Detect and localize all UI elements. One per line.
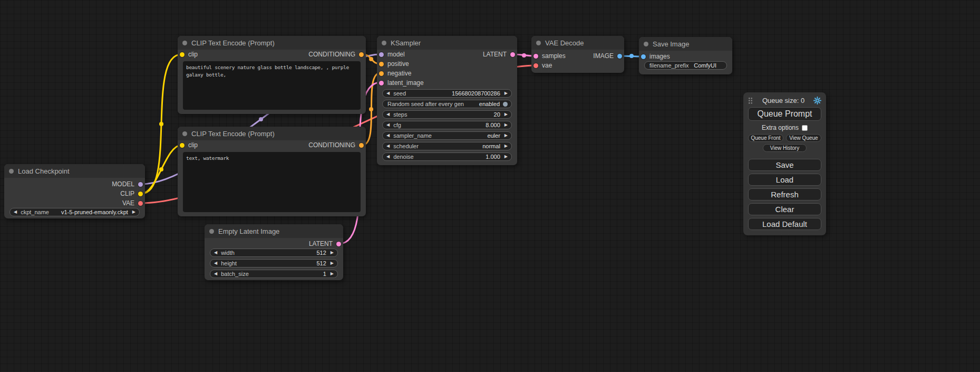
collapse-dot-icon[interactable] (536, 41, 541, 45)
drag-handle-icon[interactable] (748, 97, 753, 104)
widget-filename-prefix[interactable]: filename_prefix ComfyUI (644, 61, 727, 70)
node-save-image[interactable]: Save Image images filename_prefix ComfyU… (639, 37, 732, 74)
prev-arrow-icon[interactable]: ◀ (214, 251, 217, 255)
input-slot-positive[interactable]: positive (379, 60, 409, 68)
image-input-dot[interactable] (641, 54, 646, 59)
widget-batch-size[interactable]: ◀ batch_size 1 ▶ (210, 270, 338, 278)
collapse-dot-icon[interactable] (9, 169, 14, 174)
prev-arrow-icon[interactable]: ◀ (14, 210, 17, 214)
conditioning-output-dot[interactable] (359, 143, 364, 148)
prev-arrow-icon[interactable]: ◀ (386, 133, 390, 138)
widget-sampler-name[interactable]: ◀ sampler_name euler ▶ (382, 131, 512, 140)
widget-steps[interactable]: ◀ steps 20 ▶ (382, 110, 512, 119)
collapse-dot-icon[interactable] (182, 41, 187, 45)
prompt-textarea[interactable]: text, watermark (183, 152, 361, 212)
node-titlebar[interactable]: Save Image (639, 37, 732, 51)
toggle-knob-icon[interactable] (503, 102, 508, 107)
node-titlebar[interactable]: CLIP Text Encode (Prompt) (178, 36, 366, 50)
widget-seed[interactable]: ◀ seed 156680208700286 ▶ (382, 89, 512, 98)
next-arrow-icon[interactable]: ▶ (504, 123, 508, 127)
input-slot-negative[interactable]: negative (379, 70, 411, 77)
output-slot-conditioning[interactable]: CONDITIONING (308, 51, 364, 58)
next-arrow-icon[interactable]: ▶ (504, 155, 508, 159)
node-clip-text-encode-positive[interactable]: CLIP Text Encode (Prompt) clip CONDITION… (178, 36, 366, 114)
input-slot-clip[interactable]: clip (180, 141, 198, 149)
output-slot-vae[interactable]: VAE (4, 198, 145, 208)
conditioning-output-dot[interactable] (359, 52, 364, 57)
output-slot-latent[interactable]: LATENT (483, 51, 515, 58)
widget-scheduler[interactable]: ◀ scheduler normal ▶ (382, 142, 512, 150)
node-vae-decode[interactable]: VAE Decode samples IMAGE vae (531, 36, 624, 73)
load-default-button[interactable]: Load Default (748, 218, 821, 230)
node-titlebar[interactable]: KSampler (377, 36, 517, 50)
prev-arrow-icon[interactable]: ◀ (386, 144, 390, 148)
clip-input-dot[interactable] (180, 52, 185, 57)
widget-width[interactable]: ◀ width 512 ▶ (210, 249, 338, 257)
clip-input-dot[interactable] (180, 143, 185, 148)
node-titlebar[interactable]: Load Checkpoint (4, 164, 145, 178)
settings-gear-icon[interactable] (813, 97, 821, 104)
collapse-dot-icon[interactable] (182, 131, 187, 136)
queue-prompt-button[interactable]: Queue Prompt (748, 107, 821, 121)
load-button[interactable]: Load (748, 174, 821, 186)
save-button[interactable]: Save (748, 159, 821, 171)
node-titlebar[interactable]: VAE Decode (531, 36, 624, 50)
node-titlebar[interactable]: Empty Latent Image (205, 224, 343, 238)
model-input-dot[interactable] (379, 52, 384, 57)
vae-output-dot[interactable] (138, 201, 143, 206)
next-arrow-icon[interactable]: ▶ (504, 91, 508, 96)
next-arrow-icon[interactable]: ▶ (504, 144, 508, 148)
collapse-dot-icon[interactable] (644, 42, 648, 46)
prev-arrow-icon[interactable]: ◀ (214, 272, 217, 276)
clear-button[interactable]: Clear (748, 203, 821, 215)
queue-front-button[interactable]: Queue Front (748, 134, 783, 142)
node-load-checkpoint[interactable]: Load Checkpoint MODEL CLIP VAE ◀ ckpt_na… (4, 164, 145, 218)
latent-input-dot[interactable] (379, 81, 384, 85)
widget-denoise[interactable]: ◀ denoise 1.000 ▶ (382, 152, 512, 161)
node-empty-latent-image[interactable]: Empty Latent Image LATENT ◀ width 512 ▶ … (205, 224, 343, 280)
model-output-dot[interactable] (138, 182, 143, 187)
node-ksampler[interactable]: KSampler model LATENT positive negative (377, 36, 517, 165)
widget-ckpt-name[interactable]: ◀ ckpt_name v1-5-pruned-emaonly.ckpt ▶ (9, 208, 140, 216)
prev-arrow-icon[interactable]: ◀ (214, 261, 217, 265)
input-slot-model[interactable]: model (379, 51, 405, 58)
clip-output-dot[interactable] (138, 192, 143, 196)
input-slot-samples[interactable]: samples (533, 52, 566, 60)
input-slot-latent-image[interactable]: latent_image (379, 79, 424, 87)
queue-menu-panel[interactable]: Queue size: 0 Queue Prompt Extra options… (743, 92, 826, 235)
next-arrow-icon[interactable]: ▶ (331, 251, 334, 255)
view-history-button[interactable]: View History (763, 144, 807, 152)
latent-input-dot[interactable] (533, 54, 538, 59)
prev-arrow-icon[interactable]: ◀ (386, 155, 390, 159)
latent-output-dot[interactable] (336, 242, 341, 246)
node-clip-text-encode-negative[interactable]: CLIP Text Encode (Prompt) clip CONDITION… (178, 127, 366, 216)
collapse-dot-icon[interactable] (382, 41, 386, 45)
image-output-dot[interactable] (617, 54, 622, 59)
node-titlebar[interactable]: CLIP Text Encode (Prompt) (178, 127, 366, 140)
prev-arrow-icon[interactable]: ◀ (386, 91, 390, 96)
widget-random-seed-toggle[interactable]: Random seed after every gen enabled (382, 100, 512, 108)
latent-output-dot[interactable] (510, 52, 515, 57)
next-arrow-icon[interactable]: ▶ (504, 112, 508, 117)
prev-arrow-icon[interactable]: ◀ (386, 112, 390, 117)
next-arrow-icon[interactable]: ▶ (331, 261, 334, 265)
output-slot-latent[interactable]: LATENT (205, 239, 343, 249)
input-slot-clip[interactable]: clip (180, 51, 198, 58)
next-arrow-icon[interactable]: ▶ (504, 133, 508, 138)
output-slot-model[interactable]: MODEL (4, 179, 145, 189)
collapse-dot-icon[interactable] (209, 229, 214, 234)
prev-arrow-icon[interactable]: ◀ (386, 123, 390, 127)
next-arrow-icon[interactable]: ▶ (132, 210, 135, 214)
vae-input-dot[interactable] (533, 63, 538, 68)
extra-options-checkbox[interactable] (802, 125, 808, 131)
prompt-textarea[interactable]: beautiful scenery nature glass bottle la… (183, 61, 361, 110)
output-slot-clip[interactable]: CLIP (4, 189, 145, 198)
refresh-button[interactable]: Refresh (748, 188, 821, 201)
input-slot-vae[interactable]: vae (533, 62, 552, 69)
conditioning-input-dot[interactable] (379, 71, 384, 76)
widget-height[interactable]: ◀ height 512 ▶ (210, 259, 338, 268)
view-queue-button[interactable]: View Queue (786, 134, 821, 142)
next-arrow-icon[interactable]: ▶ (331, 272, 334, 276)
output-slot-image[interactable]: IMAGE (593, 52, 622, 60)
widget-cfg[interactable]: ◀ cfg 8.000 ▶ (382, 121, 512, 129)
